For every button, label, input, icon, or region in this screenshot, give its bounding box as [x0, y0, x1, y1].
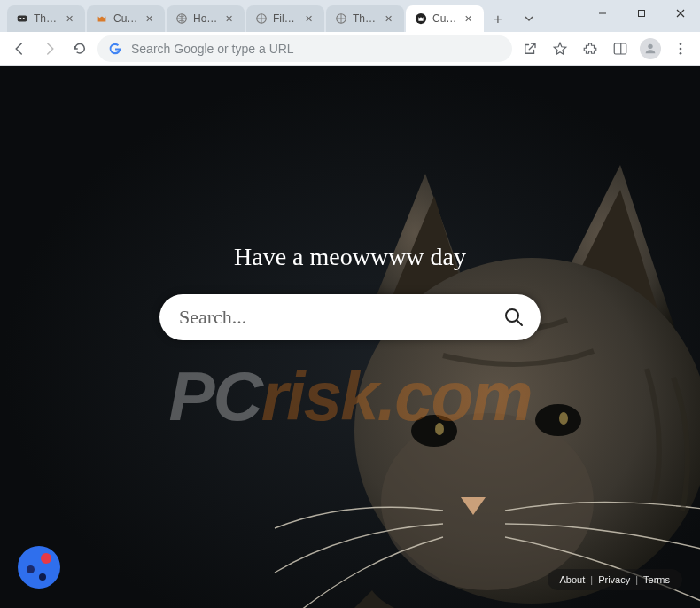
svg-point-17 — [411, 415, 457, 447]
sidepanel-icon[interactable] — [608, 36, 633, 61]
svg-line-22 — [517, 320, 522, 325]
separator: | — [590, 574, 593, 585]
tab-title: Thank yo — [353, 12, 379, 25]
footer-links: About | Privacy | Terms — [548, 569, 682, 590]
close-icon[interactable]: ✕ — [305, 13, 315, 24]
footer-about-link[interactable]: About — [560, 574, 586, 585]
maximize-button[interactable] — [622, 0, 661, 27]
close-icon[interactable]: ✕ — [225, 13, 236, 24]
svg-point-16 — [381, 413, 594, 590]
svg-rect-8 — [639, 11, 645, 17]
profile-avatar[interactable] — [638, 36, 663, 61]
tab-title: File Down — [273, 12, 299, 25]
svg-point-19 — [435, 423, 444, 435]
hero-title: Have a meowwww day — [159, 243, 541, 271]
yarn-ball-button[interactable] — [18, 546, 60, 589]
watermark-part1: PC — [168, 357, 261, 435]
close-icon[interactable]: ✕ — [464, 13, 475, 24]
favicon-globe-icon — [255, 12, 268, 25]
footer-privacy-link[interactable]: Privacy — [598, 574, 630, 585]
cat-image — [266, 147, 700, 608]
close-icon[interactable]: ✕ — [385, 13, 395, 24]
svg-point-20 — [559, 412, 568, 425]
back-button[interactable] — [7, 36, 32, 61]
minimize-button[interactable] — [583, 0, 622, 27]
svg-point-1 — [19, 18, 21, 19]
google-icon — [108, 42, 122, 56]
close-icon[interactable]: ✕ — [66, 13, 76, 24]
svg-point-11 — [648, 43, 652, 48]
tabs-dropdown-button[interactable] — [516, 5, 542, 32]
tab-3[interactable]: File Down ✕ — [246, 5, 324, 32]
menu-button[interactable] — [668, 36, 693, 61]
svg-point-2 — [23, 18, 25, 19]
separator: | — [635, 574, 638, 585]
omnibox-placeholder: Search Google or type a URL — [131, 42, 502, 56]
address-bar[interactable]: Search Google or type a URL — [97, 35, 512, 62]
tab-title: Home | C — [193, 12, 220, 25]
tab-4[interactable]: Thank yo ✕ — [326, 5, 404, 32]
window-controls — [583, 0, 700, 27]
favicon-extension-icon — [415, 12, 427, 25]
search-box[interactable] — [159, 294, 541, 340]
search-input[interactable] — [179, 306, 503, 329]
svg-point-18 — [535, 404, 581, 436]
tab-1[interactable]: Cute Cats ✕ — [87, 5, 165, 32]
favicon-globe-icon — [175, 12, 188, 25]
favicon-globe-icon — [335, 12, 347, 25]
tab-title: Cute Cats — [113, 12, 140, 25]
close-window-button[interactable] — [661, 0, 700, 27]
tab-0[interactable]: The Pirate ✕ — [7, 5, 85, 32]
tab-2[interactable]: Home | C ✕ — [167, 5, 245, 32]
svg-point-14 — [680, 51, 682, 54]
svg-point-13 — [680, 47, 682, 50]
svg-rect-0 — [18, 16, 27, 22]
page-content: Have a meowwww day About | Privacy | Ter… — [0, 66, 700, 608]
browser-titlebar: The Pirate ✕ Cute Cats ✕ Home | C ✕ File… — [0, 0, 700, 32]
avatar-icon — [640, 38, 661, 59]
new-tab-button[interactable]: + — [486, 7, 510, 32]
close-icon[interactable]: ✕ — [145, 13, 156, 24]
bookmark-icon[interactable] — [548, 36, 572, 61]
tab-5-active[interactable]: Cute Cats ✕ — [406, 5, 484, 32]
search-icon[interactable] — [503, 307, 525, 328]
svg-point-12 — [680, 43, 682, 45]
extensions-icon[interactable] — [578, 36, 603, 61]
tab-title: Cute Cats — [432, 12, 459, 25]
browser-toolbar: Search Google or type a URL — [0, 32, 700, 66]
svg-rect-9 — [614, 43, 626, 54]
share-icon[interactable] — [517, 36, 542, 61]
tab-title: The Pirate — [34, 12, 60, 25]
forward-button[interactable] — [37, 36, 62, 61]
hero-section: Have a meowwww day — [159, 243, 541, 340]
favicon-cat-icon — [96, 12, 108, 25]
reload-button[interactable] — [67, 36, 92, 61]
tabs-strip: The Pirate ✕ Cute Cats ✕ Home | C ✕ File… — [0, 0, 542, 32]
favicon-pirate-icon — [16, 12, 28, 25]
footer-terms-link[interactable]: Terms — [643, 574, 670, 585]
